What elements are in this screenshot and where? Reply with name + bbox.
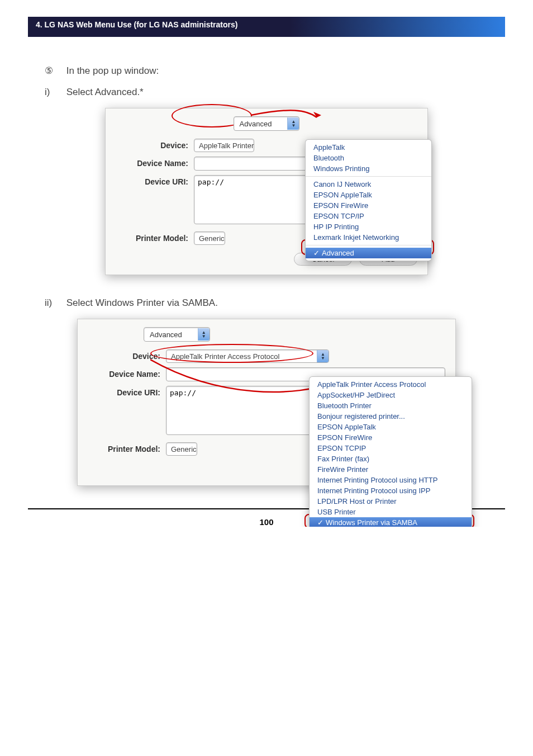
step-5: ⑤ In the pop up window: bbox=[45, 65, 488, 77]
menu-item[interactable]: HP IP Printing bbox=[306, 221, 431, 232]
printer-model-combo[interactable]: Generic bbox=[194, 231, 225, 245]
step-i-text: Select Advanced.* bbox=[66, 87, 144, 97]
menu-selected-label: Advanced bbox=[322, 249, 354, 257]
section-title: 4. LG NAS Web Menu Use (for LG NAS admin… bbox=[36, 20, 237, 29]
page-content: ⑤ In the pop up window: i) Select Advanc… bbox=[0, 37, 533, 486]
top-protocol-label-2: Advanced bbox=[144, 330, 198, 339]
label-device: Device: bbox=[116, 139, 188, 150]
print-dialog-1: Advanced ▲▼ Device: AppleTalk Printer De… bbox=[105, 108, 428, 275]
menu-item[interactable]: AppleTalk Printer Access Protocol bbox=[310, 379, 472, 390]
chevron-up-down-icon: ▲▼ bbox=[198, 328, 210, 341]
menu-item[interactable]: Windows Printing bbox=[306, 163, 431, 174]
top-combo-row-2: Advanced ▲▼ bbox=[88, 327, 445, 342]
device-dropdown-menu-2[interactable]: AppleTalk Printer Access Protocol AppSoc… bbox=[309, 376, 472, 527]
menu-item[interactable]: Fax Printer (fax) bbox=[310, 453, 472, 464]
label-device-2: Device: bbox=[88, 349, 160, 361]
label-device-uri-2: Device URI: bbox=[88, 386, 160, 397]
section-header: 4. LG NAS Web Menu Use (for LG NAS admin… bbox=[28, 17, 505, 37]
step-ii: ii) Select Windows Printer via SAMBA. bbox=[45, 297, 488, 309]
menu-item[interactable]: Bluetooth Printer bbox=[310, 400, 472, 411]
menu-item-selected-2[interactable]: ✓Windows Printer via SAMBA bbox=[310, 517, 472, 527]
menu-item[interactable]: EPSON AppleTalk bbox=[310, 422, 472, 432]
chevron-up-down-icon: ▲▼ bbox=[287, 117, 299, 130]
top-protocol-label: Advanced bbox=[234, 120, 288, 128]
menu-item[interactable]: LPD/LPR Host or Printer bbox=[310, 496, 472, 507]
screenshot-2-wrap: Advanced ▲▼ Device: AppleTalk Printer Ac… bbox=[45, 319, 488, 486]
menu-item[interactable]: Lexmark Inkjet Networking bbox=[306, 232, 431, 243]
menu-item[interactable]: AppSocket/HP JetDirect bbox=[310, 390, 472, 400]
chevron-up-down-icon: ▲▼ bbox=[317, 350, 329, 362]
page-number: 100 bbox=[259, 517, 273, 527]
top-protocol-combo-2[interactable]: Advanced ▲▼ bbox=[144, 327, 210, 342]
label-device-name: Device Name: bbox=[116, 157, 188, 168]
device-value-2: AppleTalk Printer Access Protocol bbox=[171, 352, 279, 361]
check-icon: ✓ bbox=[313, 249, 320, 257]
menu-item[interactable]: USB Printer bbox=[310, 507, 472, 517]
label-device-uri: Device URI: bbox=[116, 175, 188, 186]
label-printer-model: Printer Model: bbox=[116, 231, 188, 243]
menu-item[interactable]: Bluetooth bbox=[306, 153, 431, 163]
top-protocol-combo[interactable]: Advanced ▲▼ bbox=[234, 116, 300, 131]
menu-item[interactable]: FireWire Printer bbox=[310, 464, 472, 475]
device-combo[interactable]: AppleTalk Printer bbox=[194, 139, 254, 152]
step-i: i) Select Advanced.* bbox=[45, 87, 488, 98]
printer-model-value-2: Generic bbox=[171, 445, 197, 453]
menu-item[interactable]: EPSON FireWire bbox=[310, 432, 472, 443]
menu-item-selected[interactable]: ✓Advanced bbox=[306, 248, 431, 258]
menu-item[interactable]: EPSON TCP/IP bbox=[306, 211, 431, 221]
step-ii-marker: ii) bbox=[45, 297, 64, 309]
menu-item[interactable]: EPSON TCPIP bbox=[310, 443, 472, 453]
menu-item[interactable]: EPSON FireWire bbox=[306, 200, 431, 211]
printer-model-value: Generic bbox=[199, 234, 225, 243]
menu-item[interactable]: EPSON AppleTalk bbox=[306, 190, 431, 200]
menu-item[interactable]: Internet Printing Protocol using HTTP bbox=[310, 475, 472, 485]
step-ii-text: Select Windows Printer via SAMBA. bbox=[66, 297, 218, 308]
device-dropdown-menu-1[interactable]: AppleTalk Bluetooth Windows Printing Can… bbox=[305, 139, 432, 261]
step-5-marker: ⑤ bbox=[45, 65, 64, 77]
menu-item[interactable]: Canon IJ Network bbox=[306, 179, 431, 190]
step-i-marker: i) bbox=[45, 87, 64, 98]
menu-item[interactable]: Internet Printing Protocol using IPP bbox=[310, 485, 472, 496]
menu-item[interactable]: AppleTalk bbox=[306, 142, 431, 153]
screenshot-1-wrap: Advanced ▲▼ Device: AppleTalk Printer De… bbox=[45, 108, 488, 275]
label-printer-model-2: Printer Model: bbox=[88, 442, 160, 453]
printer-model-combo-2[interactable]: Generic bbox=[166, 442, 197, 456]
step-5-text: In the pop up window: bbox=[66, 65, 159, 76]
print-dialog-2: Advanced ▲▼ Device: AppleTalk Printer Ac… bbox=[77, 319, 456, 486]
device-combo-2[interactable]: AppleTalk Printer Access Protocol ▲▼ bbox=[166, 349, 329, 363]
device-value: AppleTalk Printer bbox=[199, 141, 254, 150]
check-icon: ✓ bbox=[317, 518, 323, 527]
menu-selected-label-2: Windows Printer via SAMBA bbox=[326, 518, 417, 527]
top-combo-row: Advanced ▲▼ bbox=[116, 116, 417, 131]
menu-item[interactable]: Bonjour registered printer... bbox=[310, 411, 472, 422]
label-device-name-2: Device Name: bbox=[88, 367, 160, 379]
